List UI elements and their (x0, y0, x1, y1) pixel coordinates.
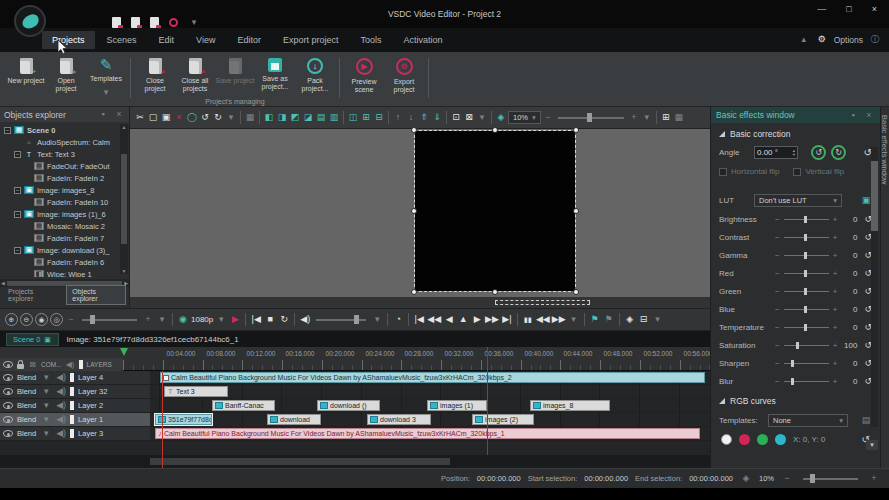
layer-name[interactable]: Layer 1 (78, 415, 103, 424)
scrollbar-thumb[interactable] (150, 458, 450, 465)
curve-channel-all[interactable] (721, 434, 732, 445)
menu-editor[interactable]: Editor (227, 31, 271, 49)
speaker-icon[interactable]: ◀) (56, 385, 66, 398)
eye-icon[interactable] (3, 374, 13, 381)
tree-item-wipe[interactable]: ◧Wipe: Wipe 1 (0, 268, 129, 277)
templates-button[interactable]: ✎Templates▾ (86, 54, 126, 106)
record-icon[interactable] (169, 18, 178, 27)
timeline-horizontal-scrollbar[interactable] (0, 455, 710, 468)
more-caret-icon[interactable]: ▾ (156, 313, 168, 326)
blend-caret-icon[interactable]: ▾ (40, 427, 52, 440)
curve-channel-red[interactable] (739, 434, 750, 445)
grid-icon[interactable]: ▦ (244, 111, 256, 124)
copy-icon[interactable]: ▢ (147, 111, 159, 124)
scrollbar-thumb[interactable] (121, 154, 127, 244)
redo-icon[interactable]: ↻ (212, 111, 224, 124)
move-up-icon[interactable]: ↑ (392, 111, 404, 124)
speaker-icon[interactable]: ◀) (56, 427, 66, 440)
layer-row-4[interactable]: Blend▾◀)Layer 4 (0, 371, 150, 385)
go-start-icon[interactable]: |◀ (250, 313, 262, 326)
layer-name[interactable]: Layer 4 (78, 373, 103, 382)
gamma-slider[interactable] (784, 255, 829, 256)
sharpen-slider[interactable] (784, 363, 829, 364)
rotate-ccw-button[interactable]: ↺ (811, 145, 826, 160)
cut-icon[interactable]: ✂ (134, 111, 146, 124)
step-back-icon[interactable]: ◀◀ (536, 313, 550, 326)
slider-handle[interactable] (587, 113, 592, 122)
scene-settings-icon[interactable]: ▦ (673, 111, 685, 124)
skip-start-icon[interactable]: |◀ (413, 313, 425, 326)
align-top-icon[interactable]: ◩ (289, 111, 301, 124)
status-zoom-slider[interactable] (803, 478, 858, 480)
layer-row-1[interactable]: Blend▾◀)Layer 1 (0, 413, 150, 427)
eject-icon[interactable]: ▲ (457, 313, 469, 326)
skip-end-icon[interactable]: ▶| (501, 313, 513, 326)
group-icon[interactable]: ⊡ (450, 111, 462, 124)
tree-item-image[interactable]: −▣Image: download (3)_ (0, 244, 129, 256)
breadcrumb-item[interactable]: Image: 351e79f77d8dd3326ef1cecb67144bc6_… (67, 335, 239, 344)
tree-item-fadein[interactable]: ▦FadeIn: FadeIn 7 (0, 232, 129, 244)
rewind-icon[interactable]: ◀◀ (427, 313, 441, 326)
basic-effects-side-tab[interactable]: Basic effects window (880, 107, 889, 468)
menu-export-project[interactable]: Export project (273, 31, 349, 49)
rotate-cw-button[interactable]: ↻ (831, 145, 846, 160)
bring-front-icon[interactable]: ⇑ (418, 111, 430, 124)
timeline-zoom-slider[interactable] (82, 319, 137, 321)
pause-icon[interactable]: ▮▮ (522, 313, 534, 326)
tree-item-fadein[interactable]: ▦FadeIn: FadeIn 2 (0, 172, 129, 184)
zoom-minus-icon[interactable]: − (65, 313, 77, 326)
options-button[interactable]: Options (834, 35, 863, 45)
preview-scene-button[interactable]: ▶Preview scene (344, 54, 384, 106)
zoom-in-icon[interactable]: + (628, 111, 640, 124)
slider-handle[interactable] (354, 315, 359, 324)
layer-row-3[interactable]: Blend▾◀)Layer 3 (0, 427, 150, 441)
vertical-flip-checkbox[interactable]: Vertical flip (793, 167, 844, 176)
image-clip[interactable]: download 3 (367, 414, 431, 425)
eye-icon[interactable] (3, 416, 13, 423)
timeline-zoom-in-icon[interactable]: ⊕ (5, 313, 18, 326)
preview-resolution-select[interactable]: 1080p (191, 315, 213, 324)
razor-tool-icon[interactable]: ⊟ (638, 313, 650, 326)
clock-icon[interactable]: ◔ (392, 313, 404, 326)
image-clip[interactable]: download (267, 414, 321, 425)
panel-expand-chevron[interactable]: ▾ (866, 440, 878, 450)
scrollbar-thumb[interactable] (495, 300, 590, 305)
collapse-ribbon-icon[interactable]: ▴ (798, 33, 810, 46)
more-caret-icon[interactable]: ▾ (652, 313, 664, 326)
maximize-button[interactable]: □ (846, 4, 851, 14)
effects-panel-scrollbar[interactable] (871, 147, 878, 427)
blue-slider[interactable] (784, 309, 829, 310)
pin-icon[interactable]: ▪ (847, 109, 859, 122)
chevron-down-icon[interactable]: ▾ (371, 313, 383, 326)
resize-handle-se[interactable] (573, 289, 579, 295)
timeline-playhead-line[interactable] (162, 371, 163, 468)
layer-name[interactable]: Layer 3 (78, 429, 103, 438)
tree-item-text[interactable]: −TText: Text 3 (0, 148, 129, 160)
menu-scenes[interactable]: Scenes (97, 31, 147, 49)
menu-edit[interactable]: Edit (149, 31, 185, 49)
step-forward-icon[interactable]: ▶▶ (552, 313, 566, 326)
image-clip[interactable]: images_8 (530, 400, 610, 411)
blend-caret-icon[interactable]: ▾ (40, 371, 52, 384)
fit-selection-icon[interactable]: ◎ (50, 313, 63, 326)
blend-caret-icon[interactable]: ▾ (40, 385, 52, 398)
eye-icon[interactable] (3, 430, 13, 437)
curves-template-select[interactable]: None▾ (768, 414, 848, 427)
selected-image-clip[interactable]: 351e79f77d8dd3326ef1cecb67144bc6_1 (155, 414, 212, 425)
resize-handle-sw[interactable] (411, 289, 417, 295)
green-slider[interactable] (784, 291, 829, 292)
collapse-icon[interactable]: − (14, 151, 21, 158)
resize-handle-s[interactable] (492, 289, 498, 295)
close-button[interactable]: × (872, 4, 877, 14)
layer-row-2[interactable]: Blend▾◀)Layer 2 (0, 399, 150, 413)
text-clip[interactable]: TText 3 (164, 386, 228, 397)
zoom-mode-icon[interactable]: ◈ (495, 111, 507, 124)
distribute-h-icon[interactable]: ▤ (315, 111, 327, 124)
saturation-slider[interactable] (784, 345, 829, 346)
center-h-icon[interactable]: ◫ (347, 111, 359, 124)
speaker-icon[interactable]: ◀) (56, 371, 66, 384)
image-clip[interactable]: Banff-Canac (212, 400, 275, 411)
section-rgb-curves[interactable]: RGB curves (711, 390, 880, 409)
scroll-down-icon[interactable]: ▼ (122, 268, 127, 274)
snap-icon[interactable]: ⊞ (660, 111, 672, 124)
